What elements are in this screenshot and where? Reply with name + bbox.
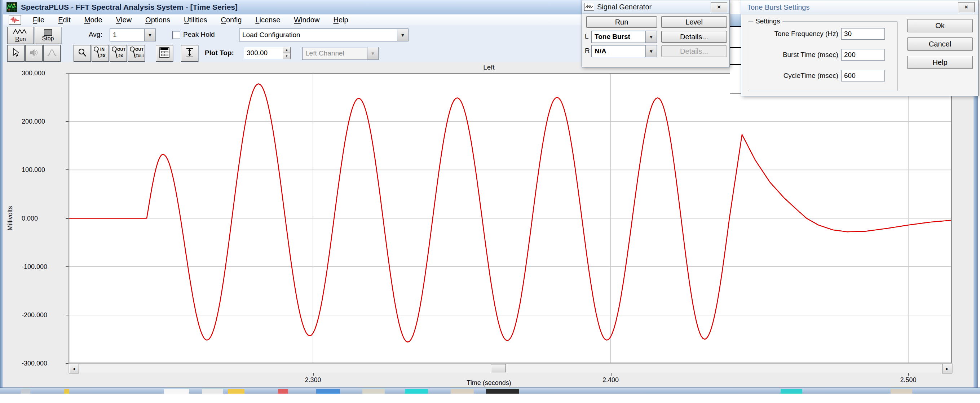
load-configuration-arrow-icon[interactable]: ▼ bbox=[397, 29, 408, 41]
settings-groupbox: Settings Tone Frequency (Hz)30Burst Time… bbox=[748, 21, 898, 91]
zoom-tool-button[interactable] bbox=[73, 45, 91, 62]
scrollbar-left-arrow-icon[interactable]: ◄ bbox=[69, 364, 79, 373]
svg-text:FULL: FULL bbox=[135, 54, 143, 58]
taskbar-app-13[interactable] bbox=[891, 389, 912, 393]
tone-burst-titlebar[interactable]: Tone Burst Settings × bbox=[741, 0, 978, 14]
taskbar-app-7[interactable] bbox=[316, 389, 340, 393]
peak-hold-checkbox[interactable] bbox=[172, 31, 180, 39]
plot-top-spinner[interactable]: ▲ ▼ bbox=[283, 47, 291, 59]
right-signal-value: N/A bbox=[592, 47, 645, 55]
menu-item-mode[interactable]: Mode bbox=[78, 14, 109, 25]
menu-item-file[interactable]: File bbox=[26, 14, 51, 25]
avg-combo[interactable]: 1 ▼ bbox=[110, 29, 156, 41]
waveform-plot bbox=[68, 73, 952, 363]
ok-button[interactable]: Ok bbox=[907, 19, 973, 32]
y-tick-label: -100.000 bbox=[22, 263, 65, 270]
stop-button[interactable]: Stop bbox=[35, 27, 61, 44]
run-button[interactable]: Run bbox=[7, 27, 34, 44]
plot-top-field[interactable]: 300.00 bbox=[244, 47, 285, 59]
left-details-button[interactable]: Details... bbox=[661, 31, 727, 43]
menu-item-window[interactable]: Window bbox=[287, 14, 326, 25]
tone-frequency-hz--input[interactable]: 30 bbox=[841, 28, 885, 40]
plot-options-button[interactable] bbox=[156, 45, 173, 62]
right-signal-arrow-icon[interactable]: ▼ bbox=[645, 45, 657, 57]
generator-level-button[interactable]: Level bbox=[661, 16, 727, 28]
menu-item-options[interactable]: Options bbox=[138, 14, 177, 25]
spinner-down-icon[interactable]: ▼ bbox=[283, 53, 291, 59]
field-label: Burst Time (msec) bbox=[749, 51, 838, 59]
x-axis-title: Time (seconds) bbox=[466, 379, 511, 387]
menu-item-help[interactable]: Help bbox=[326, 14, 355, 25]
taskbar-app-6[interactable] bbox=[278, 389, 288, 393]
menu-item-view[interactable]: View bbox=[109, 14, 138, 25]
taskbar-app-11[interactable] bbox=[486, 389, 519, 393]
menu-item-edit[interactable]: Edit bbox=[51, 14, 77, 25]
menu-item-config[interactable]: Config bbox=[214, 14, 249, 25]
taskbar-app-10[interactable] bbox=[451, 389, 474, 393]
svg-text:2X: 2X bbox=[118, 54, 123, 58]
right-signal-combo[interactable]: N/A ▼ bbox=[591, 45, 657, 57]
generator-run-button[interactable]: Run bbox=[586, 16, 657, 28]
channel-combo[interactable]: Left Channel ▼ bbox=[302, 47, 379, 60]
taskbar-app-9[interactable] bbox=[405, 389, 428, 393]
y-tick-label: -200.000 bbox=[22, 311, 65, 319]
taskbar-app-4[interactable] bbox=[202, 389, 223, 393]
cycletime-msec--input[interactable]: 600 bbox=[841, 70, 885, 81]
scrollbar-right-arrow-icon[interactable]: ► bbox=[942, 364, 952, 373]
y-axis-title: Millivolts bbox=[6, 200, 14, 236]
cancel-button[interactable]: Cancel bbox=[907, 38, 973, 51]
taskbar-app-3[interactable] bbox=[164, 389, 189, 393]
cursor-tool-button[interactable] bbox=[7, 45, 24, 62]
options-list-icon bbox=[159, 47, 170, 60]
channel-combo-value: Left Channel bbox=[302, 49, 367, 57]
spinner-up-icon[interactable]: ▲ bbox=[283, 47, 291, 53]
zoom-in-2x-button[interactable]: IN 2X bbox=[92, 45, 109, 62]
help-button[interactable]: Help bbox=[907, 56, 973, 69]
tone-burst-close-button[interactable]: × bbox=[958, 2, 975, 12]
window-title: SpectraPLUS - FFT Spectral Analysis Syst… bbox=[21, 3, 238, 11]
taskbar-app-2[interactable] bbox=[64, 389, 69, 393]
magnifier-icon bbox=[78, 48, 87, 59]
left-signal-combo[interactable]: Tone Burst ▼ bbox=[591, 31, 657, 43]
document-waveform-icon[interactable] bbox=[9, 15, 21, 24]
taskbar-app-5[interactable] bbox=[228, 389, 245, 393]
signal-generator-titlebar[interactable]: Signal Generator × bbox=[582, 0, 729, 14]
taskbar-app-12[interactable] bbox=[781, 389, 802, 393]
tone-burst-dialog: Tone Burst Settings × Settings Tone Freq… bbox=[741, 0, 978, 96]
burst-time-msec--input[interactable]: 200 bbox=[841, 49, 885, 60]
settings-group-label: Settings bbox=[753, 17, 783, 25]
taskbar-app-8[interactable] bbox=[362, 389, 385, 393]
signal-generator-dialog: Signal Generator × Run Level L Tone Burs… bbox=[582, 0, 730, 67]
stop-square-icon bbox=[44, 29, 52, 36]
sine-wave-icon bbox=[13, 29, 29, 36]
taskbar-app-1[interactable] bbox=[21, 389, 30, 393]
scrollbar-thumb[interactable] bbox=[491, 364, 506, 372]
taskbar[interactable] bbox=[0, 387, 980, 393]
signal-generator-close-button[interactable]: × bbox=[711, 2, 727, 12]
menu-item-license[interactable]: License bbox=[248, 14, 287, 25]
close-icon: × bbox=[964, 3, 968, 11]
peak-curve-button[interactable] bbox=[43, 45, 60, 62]
settings-field-row: Tone Frequency (Hz)30 bbox=[749, 28, 885, 40]
svg-text:OUT: OUT bbox=[135, 47, 143, 52]
time-scrollbar[interactable]: ◄ ► bbox=[68, 363, 953, 373]
speaker-icon bbox=[29, 48, 38, 59]
window-frame-left bbox=[0, 0, 3, 387]
load-configuration-combo[interactable]: Load Configuration ▼ bbox=[239, 29, 409, 41]
zoom-out-2x-button[interactable]: OUT 2X bbox=[110, 45, 127, 62]
menu-item-utilities[interactable]: Utilities bbox=[177, 14, 214, 25]
cursor-arrow-icon bbox=[11, 48, 20, 59]
audio-monitor-button[interactable] bbox=[25, 45, 43, 62]
x-tick-label: 2.300 bbox=[305, 376, 321, 384]
left-signal-arrow-icon[interactable]: ▼ bbox=[645, 31, 657, 43]
avg-combo-arrow-icon[interactable]: ▼ bbox=[144, 29, 155, 41]
field-label: CycleTime (msec) bbox=[749, 72, 838, 80]
plot-pane-title: Left bbox=[483, 63, 495, 71]
zoom-full-icon: OUT FULL bbox=[129, 46, 143, 61]
zoom-full-button[interactable]: OUT FULL bbox=[128, 45, 145, 62]
tone-burst-title: Tone Burst Settings bbox=[747, 3, 810, 11]
vertical-scale-button[interactable] bbox=[181, 45, 198, 62]
right-details-button[interactable]: Details... bbox=[661, 45, 727, 57]
run-button-label: Run bbox=[15, 36, 25, 42]
left-channel-label: L bbox=[585, 31, 589, 42]
